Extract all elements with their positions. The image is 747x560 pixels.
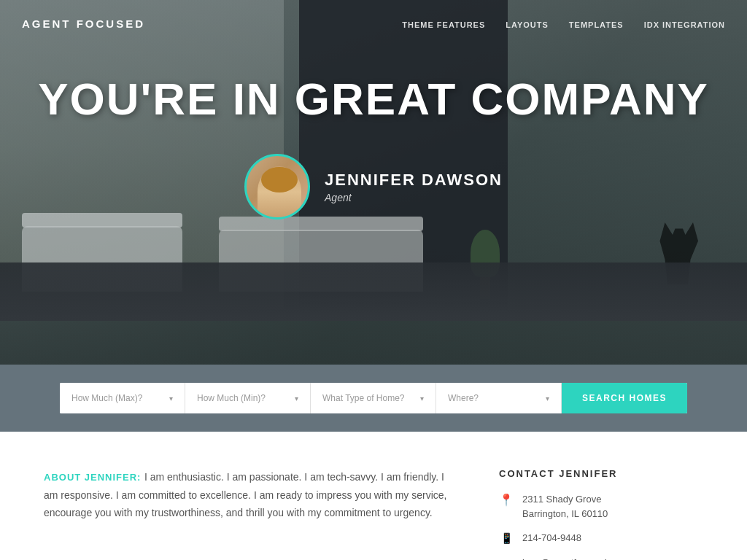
contact-panel: CONTACT JENNIFER 2311 Shady Grove Barrin…	[499, 468, 703, 560]
contact-address-text: 2311 Shady Grove Barrington, IL 60110	[522, 492, 608, 521]
site-logo[interactable]: AGENT FOCUSED	[22, 18, 145, 30]
search-bar-wrapper: How Much (Max)? ▾ How Much (Min)? ▾ What…	[0, 365, 747, 432]
contact-phone-text: 214-704-9448	[522, 531, 581, 545]
search-select-type-label: What Type of Home?	[322, 393, 405, 403]
location-icon	[499, 492, 514, 507]
about-paragraph: ABOUT JENNIFER: I am enthusiastic. I am …	[44, 468, 455, 522]
search-select-type[interactable]: What Type of Home? ▾	[311, 383, 436, 413]
nav-menu: THEME FEATURES LAYOUTS TEMPLATES IDX INT…	[402, 18, 725, 31]
agent-info: JENNIFER DAWSON Agent	[325, 171, 503, 203]
avatar	[244, 154, 310, 219]
hero-headline: YOU'RE IN GREAT COMPANY	[0, 73, 747, 125]
search-select-where-label: Where?	[448, 393, 479, 403]
agent-card: JENNIFER DAWSON Agent	[0, 154, 747, 219]
nav-item-layouts[interactable]: LAYOUTS	[506, 18, 549, 31]
about-section: ABOUT JENNIFER: I am enthusiastic. I am …	[0, 432, 747, 560]
search-bar: How Much (Max)? ▾ How Much (Min)? ▾ What…	[60, 383, 687, 413]
about-left: ABOUT JENNIFER: I am enthusiastic. I am …	[44, 468, 455, 560]
agent-name: JENNIFER DAWSON	[325, 171, 503, 190]
floor-decor	[0, 262, 747, 321]
contact-address: 2311 Shady Grove Barrington, IL 60110	[499, 492, 703, 521]
contact-phone: 214-704-9448	[499, 531, 703, 545]
main-nav: AGENT FOCUSED THEME FEATURES LAYOUTS TEM…	[0, 0, 747, 47]
phone-icon	[499, 531, 514, 545]
nav-item-templates[interactable]: TEMPLATES	[569, 18, 624, 31]
nav-item-idx[interactable]: IDX INTEGRATION	[644, 18, 725, 31]
search-select-min-label: How Much (Min)?	[197, 393, 266, 403]
search-select-min[interactable]: How Much (Min)? ▾	[185, 383, 311, 413]
chevron-down-icon: ▾	[169, 394, 173, 402]
about-label: ABOUT JENNIFER:	[44, 472, 141, 483]
contact-email-text: jenn@agentfocused.com	[522, 556, 627, 560]
hero-content: YOU'RE IN GREAT COMPANY JENNIFER DAWSON …	[0, 73, 747, 219]
contact-title: CONTACT JENNIFER	[499, 468, 703, 479]
search-select-max-label: How Much (Max)?	[71, 393, 142, 403]
email-icon	[499, 556, 514, 560]
search-select-where[interactable]: Where? ▾	[436, 383, 562, 413]
search-homes-button[interactable]: SEARCH HOMES	[562, 383, 687, 413]
hero-section: AGENT FOCUSED THEME FEATURES LAYOUTS TEM…	[0, 0, 747, 365]
chevron-down-icon: ▾	[546, 394, 549, 402]
chevron-down-icon: ▾	[420, 394, 424, 402]
contact-email: jenn@agentfocused.com	[499, 556, 703, 560]
agent-title: Agent	[325, 192, 503, 203]
chevron-down-icon: ▾	[295, 394, 298, 402]
search-select-max[interactable]: How Much (Max)? ▾	[60, 383, 185, 413]
nav-item-theme-features[interactable]: THEME FEATURES	[402, 18, 485, 31]
